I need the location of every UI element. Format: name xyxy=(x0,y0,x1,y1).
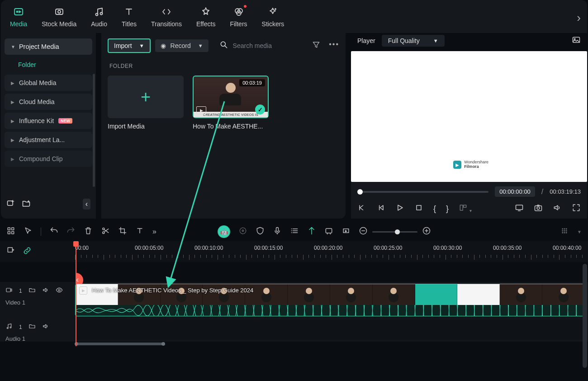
stop-icon[interactable] xyxy=(414,203,423,214)
svg-point-34 xyxy=(564,229,565,229)
undo-icon[interactable] xyxy=(49,226,58,237)
list-icon[interactable] xyxy=(290,226,299,237)
tab-stickers[interactable]: Stickers xyxy=(262,6,285,28)
add-folder-icon[interactable] xyxy=(6,199,15,210)
timeline-ruler[interactable]: 00:0000:00:05:0000:00:10:0000:00:15:0000… xyxy=(75,241,588,262)
crop-icon[interactable] xyxy=(118,226,127,237)
render-icon[interactable] xyxy=(324,226,333,237)
tab-filters[interactable]: Filters xyxy=(230,6,247,28)
tab-stock-media[interactable]: Stock Media xyxy=(42,6,76,28)
svg-point-48 xyxy=(10,327,11,328)
svg-point-3 xyxy=(58,10,61,13)
svg-point-47 xyxy=(7,328,8,329)
fullscreen-icon[interactable] xyxy=(572,203,581,214)
play-icon[interactable] xyxy=(395,203,404,214)
pointer-icon[interactable] xyxy=(24,226,33,237)
zoom-in-icon[interactable] xyxy=(422,226,431,237)
svg-rect-28 xyxy=(276,228,279,232)
display-icon[interactable] xyxy=(515,203,524,214)
sidebar-compound-clip[interactable]: ▶Compound Clip xyxy=(5,151,92,167)
timeline-toolbar: » 🤖 ▼ xyxy=(0,222,588,241)
svg-rect-2 xyxy=(56,9,63,14)
player-panel: Player Full Quality ▼ ▶ WondershareFilmo… xyxy=(351,33,587,219)
collapse-sidebar-icon[interactable]: ‹ xyxy=(83,199,90,210)
import-media-tile[interactable]: + Import Media xyxy=(108,76,184,130)
svg-point-4 xyxy=(96,13,98,15)
tab-media[interactable]: Media xyxy=(10,6,27,28)
svg-rect-22 xyxy=(8,232,10,234)
thumbnail-person xyxy=(219,83,242,105)
new-folder-icon[interactable] xyxy=(22,199,31,210)
new-badge: NEW xyxy=(58,118,72,124)
record-icon: ◉ xyxy=(161,42,166,49)
filter-icon[interactable] xyxy=(312,40,321,51)
search-input[interactable] xyxy=(233,42,305,49)
tab-audio[interactable]: Audio xyxy=(91,6,107,28)
more-icon[interactable]: ••• xyxy=(329,40,339,51)
ai-icon[interactable]: 🤖 xyxy=(218,225,230,238)
svg-rect-23 xyxy=(12,232,14,234)
svg-point-33 xyxy=(562,229,563,229)
mark-out-icon[interactable]: } xyxy=(446,204,449,214)
view-dropdown-icon[interactable]: ▼ xyxy=(577,229,582,234)
sidebar-influence-kit[interactable]: ▶Influence KitNEW xyxy=(5,113,92,129)
svg-point-27 xyxy=(242,230,244,231)
fit-icon[interactable] xyxy=(341,226,351,237)
audio-track-body[interactable] xyxy=(75,320,585,340)
tab-titles[interactable]: Titles xyxy=(122,6,137,28)
delete-icon[interactable] xyxy=(84,226,93,237)
quality-select[interactable]: Full Quality ▼ xyxy=(382,35,445,47)
svg-point-41 xyxy=(566,232,567,233)
sidebar-adjustment-layer[interactable]: ▶Adjustment La... xyxy=(5,132,92,148)
folder-icon[interactable] xyxy=(28,286,36,296)
import-button[interactable]: Import ▼ xyxy=(108,38,151,53)
mark-in-icon[interactable]: { xyxy=(433,204,436,214)
more-tabs-icon[interactable]: › xyxy=(577,11,581,25)
timeline-scrollbar[interactable] xyxy=(0,342,588,346)
chevron-down-icon: ▼ xyxy=(433,38,438,43)
preview-viewport[interactable]: ▶ WondershareFilmora xyxy=(351,51,587,182)
svg-point-5 xyxy=(100,12,103,14)
text-icon[interactable] xyxy=(135,226,144,237)
svg-point-46 xyxy=(58,289,60,291)
snapshot-icon[interactable] xyxy=(534,203,543,214)
sidebar-folder-label[interactable]: Folder xyxy=(5,55,92,75)
tab-transitions[interactable]: Transitions xyxy=(151,6,182,28)
cut-icon[interactable] xyxy=(101,226,110,237)
zoom-slider[interactable] xyxy=(372,231,417,233)
link-icon[interactable] xyxy=(23,246,32,257)
mic-icon[interactable] xyxy=(273,226,282,237)
eye-icon[interactable] xyxy=(56,286,63,296)
picture-icon[interactable] xyxy=(572,35,581,46)
playhead[interactable] xyxy=(76,241,76,346)
sidebar-scrollbar[interactable] xyxy=(93,74,95,187)
speed-icon[interactable] xyxy=(238,226,247,237)
view-grid-icon[interactable] xyxy=(560,226,569,237)
record-button[interactable]: ◉ Record ▼ xyxy=(155,39,209,52)
marker-icon[interactable] xyxy=(307,226,316,237)
volume-icon[interactable] xyxy=(553,203,562,214)
video-track-header: 1 Video 1 xyxy=(0,282,75,318)
zoom-out-icon[interactable] xyxy=(359,226,368,237)
clip-waveform xyxy=(76,305,585,316)
video-clip[interactable]: ▶ How To Make AESTHETIC Videos _ Step by… xyxy=(75,284,585,316)
add-track-icon[interactable] xyxy=(6,246,15,257)
redo-icon[interactable] xyxy=(66,226,76,237)
grid-icon[interactable] xyxy=(6,226,15,237)
folder-icon[interactable] xyxy=(28,322,36,333)
expand-tools-icon[interactable]: » xyxy=(152,228,156,236)
tab-effects[interactable]: Effects xyxy=(196,6,216,28)
seek-bar[interactable] xyxy=(357,191,488,193)
svg-rect-21 xyxy=(12,228,14,230)
sidebar-project-media[interactable]: ▼ Project Media xyxy=(5,38,92,55)
mute-icon[interactable] xyxy=(42,286,49,296)
mute-icon[interactable] xyxy=(42,322,49,333)
sidebar-global-media[interactable]: ▶Global Media xyxy=(5,75,92,91)
sidebar-cloud-media[interactable]: ▶Cloud Media xyxy=(5,94,92,110)
prev-frame-icon[interactable] xyxy=(357,203,366,214)
step-back-icon[interactable] xyxy=(376,203,385,214)
layout-icon[interactable]: ▾ xyxy=(459,203,472,214)
timeline-vscroll[interactable] xyxy=(583,264,587,368)
shield-icon[interactable] xyxy=(256,226,265,237)
media-clip-tile[interactable]: CREATING AESTHETIC VIDEOS IS 00:03:19 ▶ … xyxy=(193,76,269,130)
